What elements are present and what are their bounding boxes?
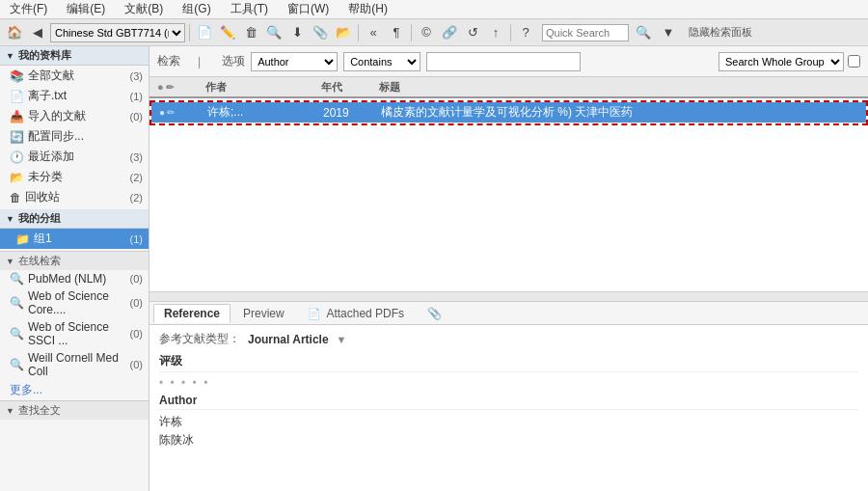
- sidebar-item-uncat-count: (2): [130, 172, 143, 183]
- attach-icon[interactable]: 📎: [310, 22, 331, 43]
- search-value-input[interactable]: [426, 52, 581, 71]
- option-label: 选项: [210, 53, 245, 69]
- tab-preview[interactable]: Preview: [232, 304, 295, 323]
- sidebar-item-pubmed-count: (0): [130, 273, 143, 285]
- menu-edit[interactable]: 编辑(E): [63, 0, 109, 19]
- sidebar-item-weill[interactable]: 🔍 Weill Cornell Med Coll (0): [0, 349, 149, 380]
- content-area: 检索 | 选项 Author Contains Search Whole Gro…: [149, 46, 868, 491]
- separator-3: [411, 24, 412, 41]
- delete-icon[interactable]: 🗑: [240, 22, 261, 43]
- triangle-fulltext-icon: ▼: [6, 406, 14, 416]
- menu-tools[interactable]: 工具(T): [227, 0, 272, 19]
- edit-icon[interactable]: ✏️: [217, 22, 238, 43]
- my-library-section: ▼ 我的资料库: [0, 46, 149, 66]
- search-whole-group-dropdown[interactable]: Search Whole Group: [719, 52, 844, 71]
- menu-group[interactable]: 组(G): [178, 0, 214, 19]
- sync-icon[interactable]: ↺: [462, 22, 483, 43]
- search-operator-dropdown[interactable]: Contains: [343, 52, 420, 71]
- ref-dots: • • • • •: [159, 376, 858, 390]
- sidebar-item-atom-label: 离子.txt: [28, 88, 67, 104]
- sidebar-item-imported[interactable]: 📥 导入的文献 (0): [0, 106, 149, 126]
- tab-paperclip[interactable]: 📎: [417, 304, 452, 323]
- uncat-icon: 📂: [10, 171, 24, 184]
- search-field-dropdown[interactable]: Author: [251, 52, 338, 71]
- quick-search-input[interactable]: [542, 24, 629, 41]
- new-ref-icon[interactable]: 📄: [194, 22, 215, 43]
- tab-reference[interactable]: Reference: [153, 304, 231, 323]
- tab-attached-pdfs[interactable]: 📄 Attached PDFs: [297, 304, 415, 323]
- sidebar-item-uncat-label: 未分类: [28, 169, 63, 185]
- sidebar-item-wos-core[interactable]: 🔍 Web of Science Core.... (0): [0, 287, 149, 318]
- th-year[interactable]: 年代: [317, 80, 375, 95]
- tab-attached-pdfs-label: Attached PDFs: [326, 307, 404, 320]
- sidebar-item-sync-label: 配置同步...: [28, 128, 84, 145]
- menu-file[interactable]: 文件(F): [6, 0, 51, 19]
- sidebar-item-uncat[interactable]: 📂 未分类 (2): [0, 167, 149, 187]
- imported-icon: 📥: [10, 110, 24, 123]
- share-icon[interactable]: ↑: [485, 22, 506, 43]
- menu-help[interactable]: 帮助(H): [344, 0, 392, 19]
- app-icon[interactable]: 🏠: [4, 22, 25, 43]
- search-online-icon[interactable]: 🔍: [263, 22, 285, 43]
- horizontal-scrollbar[interactable]: [149, 291, 868, 301]
- format-icon[interactable]: ¶: [386, 22, 407, 43]
- sidebar-item-more[interactable]: 更多...: [0, 380, 149, 400]
- th-dot-icon: ●: [157, 81, 164, 93]
- sidebar-item-all-label: 全部文献: [28, 68, 74, 84]
- search-whole-group-area: Search Whole Group: [719, 52, 860, 71]
- sidebar-item-atom-count: (1): [130, 91, 143, 102]
- style-dropdown[interactable]: Chinese Std GBT7714 (numer: [50, 23, 185, 42]
- find-fulltext-section[interactable]: ▼ 查找全文: [0, 400, 149, 420]
- link-icon[interactable]: 🔗: [439, 22, 460, 43]
- sidebar-item-wos-core-count: (0): [130, 297, 143, 309]
- table-row[interactable]: ● ✏ 许栋;... 2019 橘皮素的文献计量学及可视化分析 %) 天津中医药: [151, 102, 866, 123]
- sidebar-item-wos-ssci-count: (0): [130, 328, 143, 340]
- td-year: 2019: [319, 106, 377, 120]
- sidebar-item-pubmed[interactable]: 🔍 PubMed (NLM) (0): [0, 270, 149, 287]
- th-title[interactable]: 标题: [375, 80, 864, 95]
- table-body: ● ✏ 许栋;... 2019 橘皮素的文献计量学及可视化分析 %) 天津中医药: [149, 98, 868, 291]
- ref-section-title: 评级: [159, 353, 858, 372]
- ref-type-dropdown-icon[interactable]: ▼: [337, 334, 347, 345]
- triangle-groups-icon: ▼: [6, 214, 14, 224]
- sidebar-item-recent[interactable]: 🕐 最近添加 (3): [0, 147, 149, 167]
- online-search-section[interactable]: ▼ 在线检索: [0, 251, 149, 270]
- trash-icon: 🗑: [10, 191, 21, 205]
- ref-type-label: 参考文献类型：: [159, 331, 240, 347]
- sidebar-item-trash[interactable]: 🗑 回收站 (2): [0, 187, 149, 207]
- download-icon[interactable]: ⬇: [286, 22, 308, 43]
- th-author[interactable]: 作者: [202, 80, 317, 95]
- sidebar-item-group1[interactable]: 📁 组1 (1): [0, 229, 149, 249]
- sidebar-item-wos-ssci[interactable]: 🔍 Web of Science SSCI ... (0): [0, 318, 149, 349]
- main-layout: ▼ 我的资料库 📚 全部文献 (3) 📄 离子.txt (1) 📥 导入的文献 …: [0, 46, 868, 491]
- th-edit-icon: ✏: [166, 82, 174, 93]
- sidebar-item-all-count: (3): [130, 70, 143, 82]
- quick-search-expand-icon[interactable]: ▼: [658, 22, 679, 43]
- sync-sidebar-icon: 🔄: [10, 130, 24, 144]
- cite-icon[interactable]: «: [363, 22, 384, 43]
- copy-icon[interactable]: ©: [416, 22, 437, 43]
- quick-search-area: 🔍 ▼: [542, 22, 679, 43]
- search-whole-group-checkbox[interactable]: [848, 55, 860, 68]
- open-icon[interactable]: 📂: [333, 22, 354, 43]
- quick-search-icon[interactable]: 🔍: [633, 22, 654, 43]
- all-refs-icon: 📚: [10, 69, 24, 83]
- th-status: ● ✏: [153, 81, 202, 93]
- bottom-panel: Reference Preview 📄 Attached PDFs 📎 参考文献…: [149, 301, 868, 455]
- nav-back-icon[interactable]: ◀: [27, 22, 48, 43]
- ref-type-row: 参考文献类型： Journal Article ▼: [159, 331, 858, 347]
- search-label: 检索: [157, 53, 192, 69]
- sidebar-item-all[interactable]: 📚 全部文献 (3): [0, 66, 149, 86]
- sidebar-item-pubmed-label: PubMed (NLM): [28, 272, 106, 286]
- separator-4: [510, 24, 511, 41]
- menu-window[interactable]: 窗口(W): [284, 0, 333, 19]
- sidebar-item-trash-count: (2): [130, 192, 143, 204]
- sidebar-item-sync[interactable]: 🔄 配置同步...: [0, 126, 149, 147]
- hide-panel-label[interactable]: 隐藏检索面板: [689, 25, 752, 40]
- sidebar-item-trash-label: 回收站: [25, 189, 60, 205]
- td-title: 橘皮素的文献计量学及可视化分析 %) 天津中医药: [377, 104, 862, 121]
- weill-icon: 🔍: [10, 358, 24, 371]
- menu-ref[interactable]: 文献(B): [121, 0, 167, 19]
- help-icon[interactable]: ?: [515, 22, 536, 43]
- sidebar-item-atom[interactable]: 📄 离子.txt (1): [0, 86, 149, 106]
